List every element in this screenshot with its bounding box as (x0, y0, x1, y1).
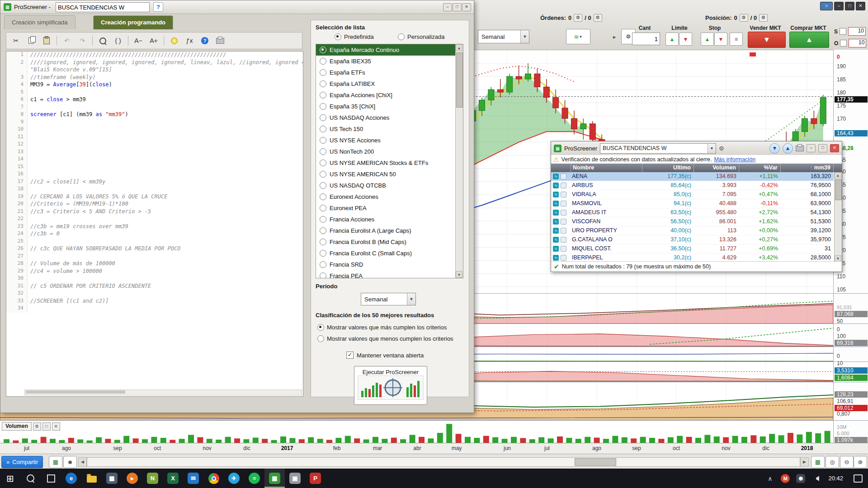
redo-icon[interactable]: ↷ (75, 34, 89, 47)
code-line[interactable]: "Blai5 Koncorde v.09"[15] (6, 66, 303, 74)
user-chart-button[interactable]: ☻ (63, 456, 77, 468)
code-line[interactable]: 15 (6, 164, 303, 171)
list-item[interactable]: Euronext PEA (316, 202, 463, 214)
scroll-down-icon[interactable]: ▼ (456, 271, 462, 278)
expand-arrow-icon[interactable]: ▸ (613, 33, 616, 40)
screener-name-input[interactable] (56, 2, 150, 12)
keyboard-icon[interactable]: ⌗ (820, 2, 833, 10)
table-row[interactable]: ∿IBERPAPEL30,2(c)4.629+3,42%28,5000 (551, 253, 834, 262)
list-item[interactable]: España LATIBEX (316, 78, 463, 89)
results-scroll-thumb[interactable] (835, 179, 842, 200)
code-line[interactable]: 10 (6, 126, 303, 134)
code-line[interactable]: 9 (6, 119, 303, 127)
table-row[interactable]: ∿G.CATALANA O37,10(c)13.326+0,27%35,9700 (551, 235, 834, 244)
chart-horizontal-scrollbar[interactable] (87, 457, 800, 467)
code-line[interactable]: 25 (6, 238, 303, 246)
table-row[interactable]: ∿MIQUEL COST.36,50(c)11.727+0,69%31 (551, 244, 834, 253)
column-header-ultimo[interactable]: Ultimo (642, 164, 694, 172)
task-view-button[interactable] (41, 469, 61, 488)
results-table-header[interactable]: NombreUltimoVolumen%Var↑ mm39 (551, 164, 842, 172)
app-file-explorer[interactable] (81, 469, 102, 488)
time-axis[interactable]: julagosepoctnovdic2017febmarabrmayjunjul… (0, 443, 868, 454)
scroll-down-icon[interactable]: ▼ (835, 255, 841, 262)
tab-creacion-programando[interactable]: Creación programando (93, 15, 173, 29)
screener-select[interactable]: BUSCA TENDENCIAS W ▼ (600, 143, 716, 154)
list-scroll-thumb[interactable] (456, 52, 463, 108)
code-line[interactable]: 27 (6, 253, 303, 261)
code-line[interactable]: 28// Volume de más de 100000 (6, 260, 303, 268)
search-button[interactable] (20, 469, 41, 488)
column-header-var[interactable]: %Var (739, 164, 781, 172)
app-telegram[interactable]: ✈ (224, 469, 244, 488)
app-pdf[interactable]: P (305, 469, 326, 488)
scroll-up-icon[interactable]: ▲ (835, 172, 841, 178)
tray-mega-icon[interactable]: M (778, 469, 793, 488)
tab-creacion-simplificada[interactable]: Creación simplificada (4, 15, 75, 29)
scroll-up-icon[interactable]: ▲ (456, 44, 462, 51)
o-checkbox[interactable] (840, 40, 847, 47)
buy-stop-button[interactable]: ▲ (701, 33, 714, 46)
volume-window-icon[interactable]: □ (42, 422, 51, 431)
main-minimize-button[interactable]: – (834, 2, 844, 10)
order-config-button[interactable]: ≡ (730, 33, 743, 46)
scrollbar-thumb[interactable] (575, 458, 616, 466)
undo-icon[interactable]: ↶ (60, 34, 74, 47)
list-scrollbar[interactable]: ▲ ▼ (455, 44, 463, 278)
code-line[interactable]: 34 (6, 305, 303, 313)
code-line[interactable]: 3//timeframe (weekly) (6, 74, 303, 82)
list-item[interactable]: Euronext Acciones (316, 191, 463, 202)
column-header-mm39[interactable]: ↑ mm39 (781, 164, 834, 172)
results-titlebar[interactable]: ▦ ProScreener BUSCA TENDENCIAS W ▼ ⚙ ▼ ▲… (551, 141, 842, 155)
code-line[interactable]: 17//c2 = close[1] < mm39y (6, 178, 303, 186)
list-item[interactable]: US NASDAQ Acciones (316, 112, 463, 123)
buy-mkt-button[interactable]: ▲ (789, 32, 829, 48)
table-row[interactable]: ∿AMADEUS IT63,50(c)955.480+2,72%54,1300 (551, 208, 834, 217)
tray-screenshot-icon[interactable]: ◉ (793, 469, 808, 488)
panel-separator[interactable] (0, 420, 868, 421)
list-item[interactable]: España ETFs (316, 67, 463, 78)
quantity-input[interactable] (632, 33, 660, 45)
results-wrench-icon[interactable]: ⚙ (719, 145, 724, 152)
list-item[interactable]: US NonTech 200 (316, 146, 463, 157)
o-qty-value[interactable]: 10 (849, 39, 866, 47)
column-header-nombre[interactable]: Nombre (571, 164, 642, 172)
app-spotify[interactable]: ≈ (244, 469, 264, 488)
results-scrollbar[interactable]: ▲ ▼ (834, 172, 842, 262)
radio-personalizada[interactable]: Personalizada (398, 33, 444, 40)
table-row[interactable]: ∿VISCOFAN56,50(c)86.001+1,62%51,5300 (551, 217, 834, 226)
code-line[interactable]: 12 (6, 141, 303, 149)
chart-list-button[interactable]: ▦ (49, 456, 62, 468)
print-icon[interactable] (213, 34, 227, 47)
code-line[interactable]: 4MM39 = Average[39](close) (6, 81, 303, 89)
code-line[interactable]: 23//c3b = mm19 crosses over mm39 (6, 223, 303, 231)
code-line[interactable]: 1///////////////////////////////////////… (6, 52, 303, 59)
table-row[interactable]: ∿MASMOVIL94,1(c)40.488-0,11%63,9000 (551, 199, 834, 208)
code-line[interactable]: 14 (6, 156, 303, 164)
share-button[interactable]: » Compartir (1, 456, 43, 468)
keep-open-checkbox[interactable]: ✓ Mantener ventana abierta (346, 352, 424, 359)
code-line[interactable]: 24//c3b = 0 (6, 230, 303, 238)
market-list[interactable]: España Mercado ContinuoEspaña IBEX35Espa… (316, 44, 463, 278)
app-prorealtime[interactable]: ▦ (264, 469, 285, 488)
list-item[interactable]: Francia Acciones (316, 214, 463, 225)
code-line[interactable]: 8screener [c1] (mm39 as "mm39") (6, 111, 303, 119)
taskbar-clock[interactable]: 20:42 (828, 475, 843, 482)
radio-ranking-most[interactable]: Mostrar valores que más cumplen los crit… (317, 324, 447, 331)
code-line[interactable]: 16 (6, 171, 303, 178)
tray-expand-icon[interactable]: ∧ (762, 469, 778, 488)
table-row[interactable]: ∿URO PROPERTY40,00(c)113+0,00%39,1200 (551, 226, 834, 235)
code-line[interactable]: 2////ignored, ignored, ignored, ignored,… (6, 59, 303, 67)
position-settings-icon[interactable]: ⚙ (740, 14, 748, 22)
volume-chart[interactable] (0, 420, 833, 443)
results-close-button[interactable]: ✕ (830, 144, 839, 152)
font-decrease-icon[interactable]: A− (132, 34, 145, 47)
more-info-link[interactable]: Más información (714, 156, 755, 163)
cut-icon[interactable]: ✂ (9, 34, 23, 47)
app-edge[interactable]: e (61, 469, 81, 488)
zoom-out-button[interactable]: ⊖ (840, 456, 854, 468)
list-item[interactable]: US NASDAQ OTCBB (316, 180, 463, 191)
list-item[interactable]: España 35 [ChiX] (316, 101, 463, 112)
code-line[interactable]: 20//Criterio = (MM39/MM19-1)*100 (6, 201, 303, 208)
list-item[interactable]: España Mercado Continuo (316, 44, 463, 56)
list-item[interactable]: US Tech 150 (316, 123, 463, 135)
